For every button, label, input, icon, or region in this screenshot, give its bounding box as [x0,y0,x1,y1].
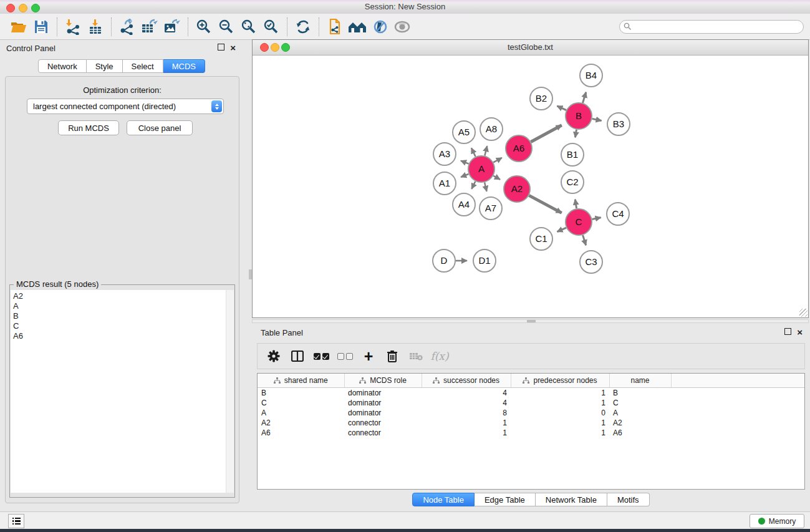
save-session-icon[interactable] [30,16,52,37]
cell: 1 [422,428,511,438]
toolbar-search [619,20,804,34]
export-network-icon[interactable] [116,16,138,37]
graph-edge-C-C1[interactable] [557,228,566,231]
graph-edge-B-B2[interactable] [557,106,566,110]
main-toolbar [0,14,810,40]
col-shared-name[interactable]: shared name [258,374,344,388]
control-panel-close-icon[interactable]: × [230,44,236,51]
table-panel-close-icon[interactable]: × [797,329,803,336]
table-options-gear-icon[interactable] [265,347,282,365]
deselect-all-checkboxes-icon[interactable] [336,347,354,365]
control-panel-float-icon[interactable] [218,44,224,52]
import-network-icon[interactable] [62,16,84,37]
graph-edge-C-C2[interactable] [575,200,576,209]
graph-edge-A6-B[interactable] [531,125,561,142]
graph-edge-A-A2[interactable] [493,176,500,180]
table-panel-float-icon[interactable] [784,328,791,337]
mcds-result-item[interactable]: B [13,311,226,321]
graph-edge-A2-C[interactable] [529,195,561,213]
hide-annotations-icon[interactable] [369,16,391,37]
graph-edge-C-C3[interactable] [583,235,586,245]
mcds-result-item[interactable]: A6 [13,331,226,341]
result-list-scrollbar[interactable] [226,290,234,493]
col-successor-nodes[interactable]: successor nodes [422,374,511,388]
col-name[interactable]: name [609,374,671,388]
network-vscrollbar-thumb[interactable] [249,269,252,279]
graph-edge-A-A4[interactable] [471,181,475,189]
app-titlebar: Session: New Session [0,0,810,14]
table-row[interactable]: Adominator80A [258,408,804,418]
cell: 1 [422,418,511,428]
network-window-titlebar[interactable]: testGlobe.txt [253,40,808,56]
table-row[interactable]: Bdominator41B [258,388,804,399]
show-column-icon[interactable] [289,347,306,365]
cell [671,398,804,408]
export-image-icon[interactable] [161,16,183,37]
delete-column-icon[interactable] [383,347,401,365]
graph-edge-C-C4[interactable] [592,218,601,220]
cell [671,408,804,418]
cell: C [258,398,344,408]
tab-select[interactable]: Select [123,59,163,73]
optimization-criterion-select[interactable]: largest connected component (directed) [27,99,224,114]
close-panel-button[interactable]: Close panel [127,120,193,135]
run-mcds-button[interactable]: Run MCDS [58,120,119,135]
col-predecessor-nodes[interactable]: predecessor nodes [511,374,609,388]
tab-edge-table[interactable]: Edge Table [475,493,536,506]
mcds-result-item[interactable]: A2 [13,291,226,301]
table-row[interactable]: A2connector11A2 [258,418,804,428]
graph-edge-A-A7[interactable] [485,182,486,191]
cell: connector [344,418,422,428]
graph-node-label: D [441,255,448,266]
open-file-icon[interactable] [7,16,30,37]
zoom-out-icon[interactable] [215,16,238,37]
graph-edge-B-B4[interactable] [582,92,586,103]
cell: A2 [258,418,344,428]
show-graphics-details-icon[interactable] [391,16,413,37]
new-network-from-selection-icon[interactable] [324,16,346,37]
cell: A [609,408,671,418]
network-hscrollbar[interactable] [252,319,809,323]
zoom-fit-icon[interactable] [238,16,260,37]
refresh-icon[interactable] [292,16,314,37]
graph-node-label: A3 [439,148,450,159]
col-mcds-role[interactable]: MCDS role [344,374,422,388]
show-all-networks-icon[interactable] [346,16,369,37]
tab-style[interactable]: Style [87,59,123,73]
table-row[interactable]: Cdominator41C [258,398,804,408]
select-all-checkboxes-icon[interactable] [312,347,330,365]
tab-network[interactable]: Network [38,59,87,73]
hierarchy-icon [359,377,366,384]
graph-edge-B-B1[interactable] [575,130,576,138]
table-row[interactable]: A6connector11A6 [258,428,804,438]
graph-edge-A-A8[interactable] [485,146,487,155]
hierarchy-icon [433,377,440,384]
export-table-icon[interactable] [138,16,161,37]
network-canvas[interactable]: AA1A2A3A4A5A6A7A8BB1B2B3B4CC1C2C3C4DD1 [253,56,808,317]
mcds-result-item[interactable]: C [13,321,226,331]
tab-mcds[interactable]: MCDS [163,59,205,73]
search-input[interactable] [619,20,804,34]
select-stepper-icon [211,100,222,112]
window-resize-grip[interactable] [799,309,808,317]
graph-edge-B-B3[interactable] [592,118,602,120]
table-panel-tabs: Node TableEdge TableNetwork TableMotifs [252,493,810,506]
zoom-in-icon[interactable] [193,16,215,37]
cell [671,388,804,399]
tab-network-table[interactable]: Network Table [536,493,607,506]
show-panel-list-button[interactable] [8,514,24,528]
mcds-result-item[interactable]: A [13,301,226,311]
tab-node-table[interactable]: Node Table [412,493,475,506]
graph-edge-A-A6[interactable] [493,158,502,162]
network-view-window: testGlobe.txt AA1A2A3A4A5A6A7A8BB1B2B3B4… [252,39,809,318]
import-table-icon[interactable] [84,16,107,37]
graph-edge-A-A3[interactable] [461,161,469,164]
memory-button[interactable]: Memory [750,514,804,528]
control-panel-title: Control Panel [6,44,55,53]
graph-edge-A-A1[interactable] [461,174,468,177]
zoom-selected-icon[interactable] [260,16,282,37]
graph-edge-A-A5[interactable] [471,148,476,157]
cell: 1 [511,388,609,399]
add-column-icon[interactable]: + [360,347,377,365]
tab-motifs[interactable]: Motifs [607,493,650,506]
